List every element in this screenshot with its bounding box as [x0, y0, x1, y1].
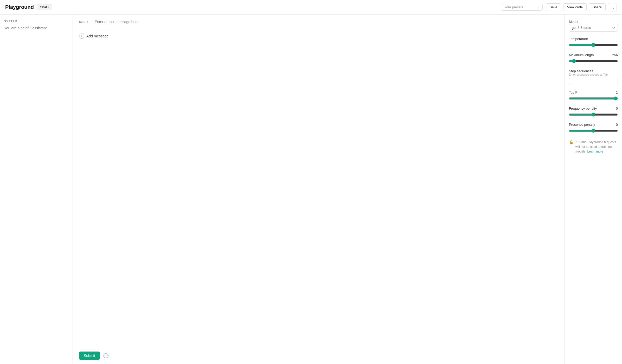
chat-mode-label: Chat [40, 5, 47, 9]
system-section-label: SYSTEM [4, 20, 68, 23]
temperature-slider[interactable] [569, 43, 618, 47]
presence-penalty-setting: Presence penalty 0 [569, 123, 618, 134]
presence-penalty-slider[interactable] [569, 129, 618, 133]
top-p-value: 1 [616, 90, 618, 94]
share-button[interactable]: Share [589, 3, 606, 11]
top-p-setting: Top P 1 [569, 90, 618, 101]
add-message-label: Add message [86, 34, 109, 38]
page-title: Playground [5, 4, 34, 10]
preset-dropdown[interactable]: Your presets ↓ [501, 4, 543, 11]
system-text[interactable]: You are a helpful assistant. [4, 25, 68, 31]
max-length-slider[interactable] [569, 59, 618, 63]
system-panel: SYSTEM You are a helpful assistant. [0, 15, 73, 364]
preset-placeholder: Your presets [504, 5, 523, 9]
stop-sequences-label: Stop sequences [569, 69, 618, 73]
max-length-setting: Maximum length 256 [569, 53, 618, 64]
mode-selector[interactable]: Chat ↕ [37, 4, 52, 10]
presence-penalty-header: Presence penalty 0 [569, 123, 618, 127]
user-role-label: USER [79, 20, 95, 23]
api-notice: 🔒 API and Playground requests will not b… [569, 140, 618, 158]
lock-icon: 🔒 [569, 140, 573, 144]
more-options-button[interactable]: ... [608, 3, 617, 11]
freq-penalty-value: 0 [616, 107, 618, 110]
settings-panel: Model gpt-3.5-turbo gpt-4 gpt-4-turbo Te… [565, 15, 622, 364]
history-icon[interactable]: 🕐 [103, 353, 109, 359]
header: Playground Chat ↕ Your presets ↓ Save Vi… [0, 0, 622, 15]
presence-penalty-value: 0 [616, 123, 618, 127]
stop-seq-hint: Enter sequence and press Tab [569, 73, 618, 76]
max-length-label: Maximum length [569, 53, 594, 57]
max-length-header: Maximum length 256 [569, 53, 618, 57]
freq-penalty-setting: Frequency penalty 0 [569, 107, 618, 117]
chat-panel: USER + Add message Submit 🕐 [73, 15, 565, 364]
model-label: Model [569, 20, 618, 24]
chevron-down-icon: ↓ [538, 6, 539, 9]
temperature-value: 1 [616, 37, 618, 41]
top-p-label: Top P [569, 90, 578, 94]
freq-penalty-label: Frequency penalty [569, 107, 597, 110]
freq-penalty-slider[interactable] [569, 112, 618, 117]
presence-penalty-label: Presence penalty [569, 123, 595, 127]
model-setting: Model gpt-3.5-turbo gpt-4 gpt-4-turbo [569, 20, 618, 32]
view-code-button[interactable]: View code [563, 3, 587, 11]
add-circle-icon: + [79, 34, 84, 39]
stop-sequences-input[interactable] [569, 78, 618, 85]
max-length-value: 256 [612, 53, 618, 57]
user-message-row: USER [73, 15, 565, 29]
api-notice-text: API and Playground requests will not be … [575, 140, 618, 154]
temperature-label: Temperature [569, 37, 588, 41]
model-select[interactable]: gpt-3.5-turbo gpt-4 gpt-4-turbo [569, 24, 618, 32]
temperature-setting: Temperature 1 [569, 37, 618, 48]
temperature-header: Temperature 1 [569, 37, 618, 41]
learn-more-link[interactable]: Learn more [587, 150, 603, 153]
chat-footer: Submit 🕐 [73, 347, 565, 364]
user-message-input[interactable] [95, 20, 558, 24]
save-button[interactable]: Save [546, 3, 561, 11]
top-p-header: Top P 1 [569, 90, 618, 94]
header-buttons: Save View code Share ... [546, 3, 617, 11]
stop-sequences-setting: Stop sequences Enter sequence and press … [569, 69, 618, 85]
freq-penalty-header: Frequency penalty 0 [569, 107, 618, 110]
top-p-slider[interactable] [569, 96, 618, 101]
add-message-row[interactable]: + Add message [73, 29, 565, 43]
submit-button[interactable]: Submit [79, 352, 100, 360]
chevron-down-icon: ↕ [48, 6, 49, 9]
main-layout: SYSTEM You are a helpful assistant. USER… [0, 15, 622, 364]
